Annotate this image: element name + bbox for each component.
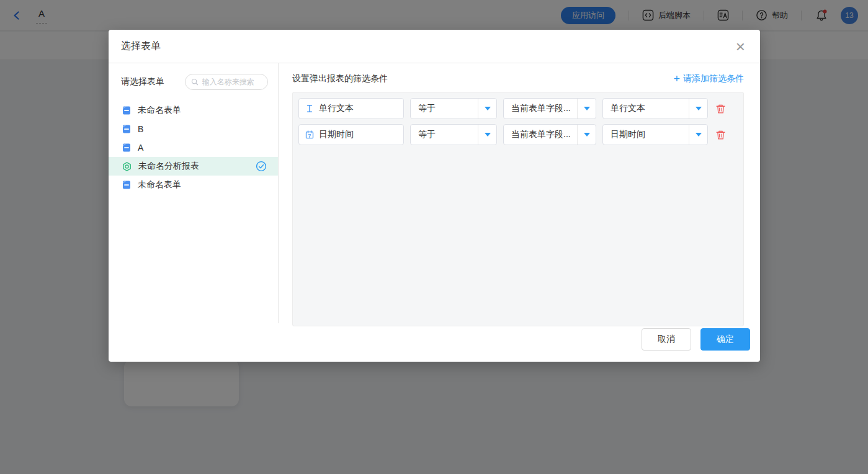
list-item-label: 未命名分析报表 — [138, 161, 199, 172]
list-item-label: B — [138, 124, 143, 134]
caret-down-icon — [584, 107, 590, 110]
operator-value: 等于 — [418, 129, 436, 140]
condition-row: 单行文本 等于 当前表单字段... 单行文本 — [298, 98, 738, 119]
value-value: 单行文本 — [611, 103, 645, 114]
confirm-button[interactable]: 确定 — [700, 328, 750, 351]
modal-title: 选择表单 — [121, 40, 161, 53]
dropdown-caret — [577, 99, 596, 118]
operator-dropdown[interactable]: 等于 — [410, 98, 497, 119]
dropdown-caret — [689, 125, 707, 145]
condition-row: 日期时间 等于 当前表单字段... 日期时间 — [298, 124, 738, 145]
list-item-label: A — [138, 143, 143, 153]
source-dropdown[interactable]: 当前表单字段... — [503, 98, 596, 119]
add-filter-label: 请添加筛选条件 — [683, 73, 744, 84]
panel-title: 设置弹出报表的筛选条件 — [292, 73, 388, 84]
value-dropdown[interactable]: 日期时间 — [602, 124, 708, 145]
operator-dropdown[interactable]: 等于 — [410, 124, 497, 145]
plus-icon: + — [673, 74, 680, 83]
source-value: 当前表单字段... — [511, 129, 571, 140]
field-label: 单行文本 — [319, 103, 354, 114]
sidebar-label: 请选择表单 — [121, 76, 164, 87]
operator-value: 等于 — [418, 103, 436, 114]
dropdown-caret — [478, 125, 496, 145]
list-item-label: 未命名表单 — [138, 105, 181, 116]
field-label: 日期时间 — [319, 129, 354, 140]
search-icon — [191, 78, 199, 86]
source-value: 当前表单字段... — [511, 103, 571, 114]
caret-down-icon — [696, 133, 702, 136]
form-list-sidebar: 请选择表单 未命名表单 — [109, 63, 279, 323]
form-list: 未命名表单 B A — [109, 101, 278, 194]
list-item-label: 未命名表单 — [138, 179, 181, 190]
caret-down-icon — [696, 107, 702, 110]
list-item-form[interactable]: 未命名表单 — [109, 101, 278, 120]
dropdown-caret — [577, 125, 596, 145]
search-box[interactable] — [185, 74, 268, 90]
caret-down-icon — [485, 107, 491, 110]
calendar-icon — [305, 130, 314, 139]
filter-panel: 设置弹出报表的筛选条件 + 请添加筛选条件 单行文本 等于 — [279, 63, 760, 323]
caret-down-icon — [584, 133, 590, 136]
list-item-form[interactable]: 未命名表单 — [109, 176, 278, 194]
list-item-form[interactable]: B — [109, 120, 278, 138]
search-input[interactable] — [202, 78, 262, 86]
selected-check-icon — [256, 161, 267, 172]
source-dropdown[interactable]: 当前表单字段... — [503, 124, 596, 145]
form-icon — [122, 143, 132, 153]
text-cursor-icon — [305, 104, 314, 113]
delete-condition-button[interactable] — [714, 128, 727, 141]
value-value: 日期时间 — [611, 129, 645, 140]
dropdown-caret — [478, 99, 496, 118]
conditions-panel: 单行文本 等于 当前表单字段... 单行文本 — [292, 92, 744, 326]
trash-icon — [715, 130, 726, 140]
form-icon — [122, 124, 132, 134]
trash-icon — [715, 104, 726, 114]
list-item-report-selected[interactable]: 未命名分析报表 — [109, 157, 278, 176]
select-form-modal: 选择表单 × 请选择表单 — [109, 30, 760, 362]
modal-footer: 取消 确定 — [109, 323, 760, 362]
field-input[interactable]: 单行文本 — [298, 98, 404, 119]
add-filter-link[interactable]: + 请添加筛选条件 — [673, 73, 744, 84]
list-item-form[interactable]: A — [109, 138, 278, 157]
close-icon[interactable]: × — [736, 40, 745, 53]
dropdown-caret — [689, 99, 707, 118]
cancel-button[interactable]: 取消 — [642, 328, 691, 351]
caret-down-icon — [485, 133, 491, 136]
delete-condition-button[interactable] — [714, 102, 727, 115]
report-icon — [122, 161, 132, 172]
value-dropdown[interactable]: 单行文本 — [602, 98, 708, 119]
field-input[interactable]: 日期时间 — [298, 124, 404, 145]
modal-header: 选择表单 × — [109, 30, 760, 63]
form-icon — [122, 105, 132, 115]
form-icon — [122, 180, 132, 190]
